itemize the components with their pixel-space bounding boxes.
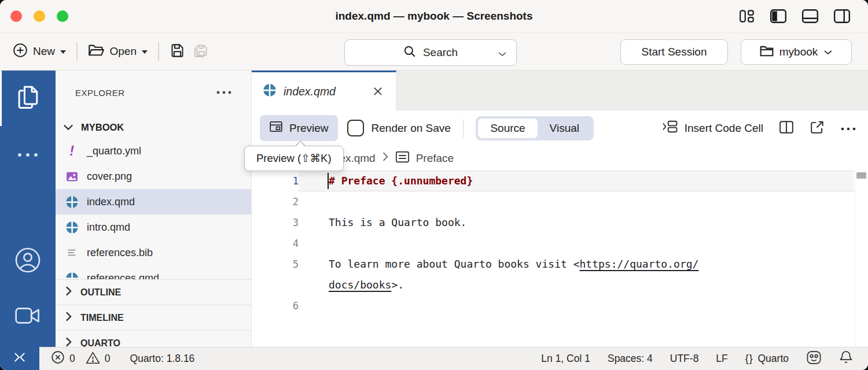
explorer-more-actions-icon[interactable] bbox=[215, 90, 251, 95]
chevron-right-icon bbox=[382, 151, 389, 165]
close-window-button[interactable] bbox=[10, 10, 22, 22]
search-icon bbox=[403, 45, 416, 60]
search-input[interactable]: Search bbox=[344, 39, 517, 66]
code-line-2[interactable]: 2 bbox=[252, 191, 868, 212]
code-line-1[interactable]: 1# Preface {.unnumbered} bbox=[252, 171, 868, 191]
activitybar-explorer-button[interactable] bbox=[0, 71, 56, 126]
code-line-6[interactable]: 6 bbox=[252, 295, 868, 316]
encoding[interactable]: UTF-8 bbox=[670, 353, 699, 365]
folder-icon bbox=[760, 45, 774, 60]
start-session-button[interactable]: Start Session bbox=[620, 39, 728, 65]
code-line-3[interactable]: 3This is a Quarto book. bbox=[252, 212, 868, 233]
code-text: >. bbox=[391, 279, 404, 291]
toggle-panel-icon[interactable] bbox=[801, 9, 819, 24]
file-item-index-qmd[interactable]: index.qmd bbox=[56, 189, 251, 214]
code-link[interactable]: docs/books bbox=[329, 279, 391, 291]
line-number bbox=[252, 275, 299, 295]
section-header-outline[interactable]: OUTLINE bbox=[56, 279, 251, 305]
line-number: 4 bbox=[252, 233, 299, 254]
problems-indicator[interactable]: 0 0 bbox=[51, 350, 110, 367]
source-visual-toggle: Source Visual bbox=[476, 116, 594, 140]
section-label: QUARTO bbox=[80, 338, 120, 347]
activitybar-account-button[interactable] bbox=[0, 234, 56, 289]
preview-label: Preview bbox=[289, 122, 329, 135]
source-mode-button[interactable]: Source bbox=[478, 119, 537, 138]
indentation[interactable]: Spaces: 4 bbox=[608, 353, 653, 365]
account-icon bbox=[14, 246, 42, 276]
editor-more-actions-icon[interactable] bbox=[840, 123, 856, 134]
quarto-version[interactable]: Quarto: 1.8.16 bbox=[130, 353, 194, 365]
action-toolbar: New Open bbox=[0, 33, 868, 71]
save-button[interactable] bbox=[166, 43, 189, 61]
file-item-references-bib[interactable]: references.bib bbox=[56, 240, 251, 265]
preview-tooltip: Preview (⇧⌘K) bbox=[244, 146, 344, 171]
yaml-warning-icon: ! bbox=[65, 145, 79, 158]
new-label: New bbox=[33, 45, 55, 58]
file-label: index.qmd bbox=[87, 196, 135, 208]
close-tab-icon[interactable] bbox=[372, 85, 384, 98]
code-editor[interactable]: 1# Preface {.unnumbered}23This is a Quar… bbox=[252, 171, 868, 347]
file-label: references.qmd bbox=[87, 272, 159, 280]
chevron-expanded-icon bbox=[62, 122, 74, 133]
file-list: !_quarto.ymlcover.pngindex.qmdintro.qmdr… bbox=[56, 138, 251, 279]
section-label: OUTLINE bbox=[80, 287, 121, 298]
active-indicator bbox=[0, 71, 2, 126]
line-content: To learn more about Quarto books visit <… bbox=[299, 254, 854, 275]
code-line-4[interactable]: 4 bbox=[252, 233, 868, 254]
save-all-button[interactable] bbox=[189, 42, 212, 61]
code-link[interactable]: https://quarto.org/ bbox=[579, 258, 698, 270]
workspace-switcher-button[interactable]: mybook bbox=[741, 39, 852, 65]
notifications-bell-icon[interactable] bbox=[839, 350, 853, 368]
workspace-label: mybook bbox=[779, 46, 818, 58]
customize-layout-icon[interactable] bbox=[739, 9, 755, 24]
section-header-quarto[interactable]: QUARTO bbox=[56, 330, 251, 347]
error-count: 0 bbox=[69, 353, 75, 365]
insert-code-cell-button[interactable]: Insert Code Cell bbox=[661, 120, 763, 136]
eol-sequence[interactable]: LF bbox=[716, 353, 727, 365]
file-item-intro-qmd[interactable]: intro.qmd bbox=[56, 214, 251, 240]
toggle-primary-sidebar-icon[interactable] bbox=[770, 9, 787, 24]
error-icon bbox=[51, 350, 65, 367]
explorer-sidebar: EXPLORER MYBOOK !_quarto.ymlcover.pngind… bbox=[56, 71, 252, 347]
cursor-position[interactable]: Ln 1, Col 1 bbox=[541, 353, 590, 365]
render-on-save-checkbox[interactable] bbox=[347, 120, 364, 136]
split-editor-icon[interactable] bbox=[779, 120, 794, 136]
file-item-references-qmd[interactable]: references.qmd bbox=[56, 265, 251, 279]
section-header-timeline[interactable]: TIMELINE bbox=[56, 305, 251, 330]
workspace-root-row[interactable]: MYBOOK bbox=[56, 116, 251, 139]
preview-button[interactable]: Preview bbox=[260, 115, 338, 141]
toolbar-divider bbox=[76, 42, 78, 61]
ellipsis-icon bbox=[16, 150, 40, 160]
insert-code-cell-label: Insert Code Cell bbox=[685, 122, 763, 135]
camera-icon bbox=[14, 305, 41, 328]
quarto-icon bbox=[65, 272, 79, 280]
open-label: Open bbox=[110, 45, 137, 58]
status-bar: 0 0 Quarto: 1.8.16 Ln 1, Col 1 Spaces: 4… bbox=[0, 347, 868, 370]
language-mode[interactable]: {} Quarto bbox=[745, 353, 789, 365]
code-line-wrap[interactable]: docs/books>. bbox=[252, 275, 868, 295]
remote-indicator[interactable] bbox=[0, 347, 39, 370]
section-symbol-icon bbox=[395, 150, 410, 166]
activitybar-more-button[interactable] bbox=[0, 127, 56, 183]
toggle-secondary-sidebar-icon[interactable] bbox=[833, 9, 851, 24]
file-item-cover-png[interactable]: cover.png bbox=[56, 164, 251, 189]
feedback-smiley-icon[interactable] bbox=[806, 350, 822, 368]
new-button[interactable]: New bbox=[9, 43, 69, 60]
activitybar-camera-button[interactable] bbox=[0, 289, 56, 345]
code-line-5[interactable]: 5To learn more about Quarto books visit … bbox=[252, 254, 868, 275]
breadcrumb-section[interactable]: Preface bbox=[416, 152, 454, 165]
line-content bbox=[299, 295, 854, 316]
line-content: This is a Quarto book. bbox=[299, 212, 854, 233]
tab-index-qmd[interactable]: index.qmd bbox=[252, 71, 396, 110]
open-in-new-window-icon[interactable] bbox=[810, 120, 825, 136]
file-item--quarto-yml[interactable]: !_quarto.yml bbox=[56, 138, 251, 164]
open-button[interactable]: Open bbox=[84, 43, 151, 60]
visual-mode-button[interactable]: Visual bbox=[538, 119, 591, 138]
zoom-window-button[interactable] bbox=[57, 10, 68, 22]
minimize-window-button[interactable] bbox=[34, 10, 45, 22]
save-all-icon bbox=[192, 42, 209, 61]
scrollbar-thumb[interactable] bbox=[856, 172, 866, 179]
file-label: _quarto.yml bbox=[87, 145, 141, 157]
bibliography-icon bbox=[65, 247, 79, 258]
code-text: To learn more about Quarto books visit < bbox=[329, 258, 579, 270]
